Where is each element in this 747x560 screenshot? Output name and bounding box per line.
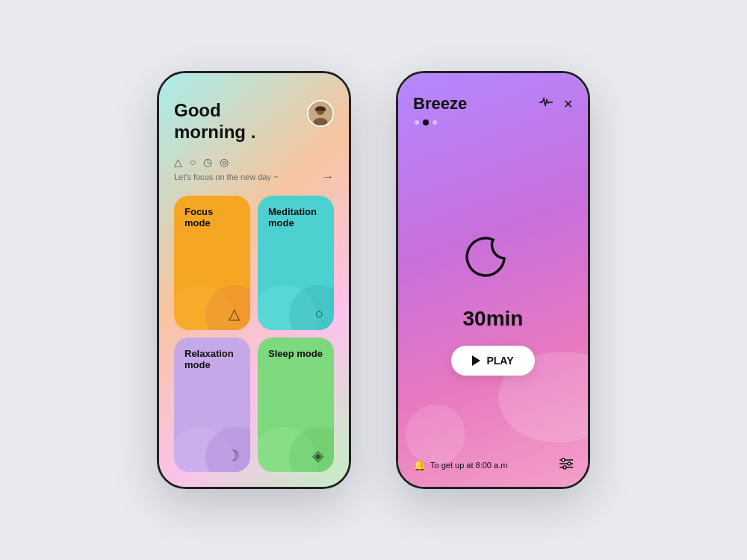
sleep-mode-label: Sleep mode (268, 348, 323, 359)
close-icon[interactable]: ✕ (563, 97, 573, 111)
svg-point-4 (562, 458, 565, 461)
phone2-main: 30min PLAY (413, 148, 573, 452)
relaxation-mode-icon: ☽ (226, 447, 240, 464)
focus-mode-card[interactable]: Focus mode △ (174, 196, 250, 330)
relaxation-mode-card[interactable]: Relaxation mode ☽ (174, 337, 250, 472)
svg-point-8 (563, 466, 566, 469)
meditation-mode-label: Meditation mode (268, 206, 323, 228)
settings-sliders-icon[interactable] (560, 458, 573, 472)
meditation-mode-icon: ○ (314, 305, 323, 323)
sleep-mode-card[interactable]: Sleep mode ◈ (258, 337, 334, 472)
phone2-content: Breeze ✕ 30min (398, 73, 588, 487)
pagination-dots (413, 119, 573, 125)
focus-mode-icon: △ (229, 305, 240, 323)
subtitle-text: Let's focus on the new day ~ (174, 172, 278, 181)
icon-clock: ◷ (203, 157, 212, 167)
phone2-header-icons: ✕ (539, 97, 573, 111)
phone-1: Good morning . △ ○ ◷ ◎ Let's focus (157, 71, 351, 489)
play-label: PLAY (486, 355, 513, 367)
subtitle-row: Let's focus on the new day ~ → (174, 170, 334, 184)
dot-3 (433, 120, 437, 125)
dot-1 (415, 120, 419, 125)
dot-2-active (423, 119, 429, 125)
icons-row: △ ○ ◷ ◎ (174, 157, 334, 167)
footer-alarm: 🔔 To get up at 8:00 a.m (413, 459, 507, 471)
relaxation-mode-label: Relaxation mode (185, 348, 240, 370)
cards-grid: Focus mode △ Meditation mode ○ Relaxatio… (174, 196, 334, 472)
icon-triangle: △ (174, 157, 182, 167)
phone2-header: Breeze ✕ (413, 94, 573, 113)
focus-mode-label: Focus mode (185, 206, 240, 228)
phone1-content: Good morning . △ ○ ◷ ◎ Let's focus (159, 73, 349, 487)
play-triangle-icon (472, 355, 480, 366)
svg-point-6 (568, 462, 571, 465)
phone-2: Breeze ✕ 30min (396, 71, 590, 489)
arrow-right-icon[interactable]: → (322, 170, 334, 184)
icon-circle: ○ (190, 157, 196, 167)
moon-icon-container (459, 225, 527, 292)
phone1-header: Good morning . (174, 100, 334, 143)
greeting-text: Good morning . (174, 100, 255, 143)
phone2-footer: 🔔 To get up at 8:00 a.m (413, 452, 573, 472)
alarm-text: To get up at 8:00 a.m (430, 461, 507, 470)
time-label: 30min (463, 307, 524, 331)
play-button[interactable]: PLAY (451, 346, 534, 376)
avatar[interactable] (307, 100, 334, 127)
alarm-icon: 🔔 (413, 459, 426, 471)
sleep-mode-icon: ◈ (312, 447, 323, 464)
breeze-title: Breeze (413, 94, 467, 113)
greeting: Good morning . (174, 100, 255, 143)
activity-icon[interactable] (539, 97, 553, 111)
icon-target: ◎ (220, 157, 229, 167)
meditation-mode-card[interactable]: Meditation mode ○ (258, 196, 334, 330)
